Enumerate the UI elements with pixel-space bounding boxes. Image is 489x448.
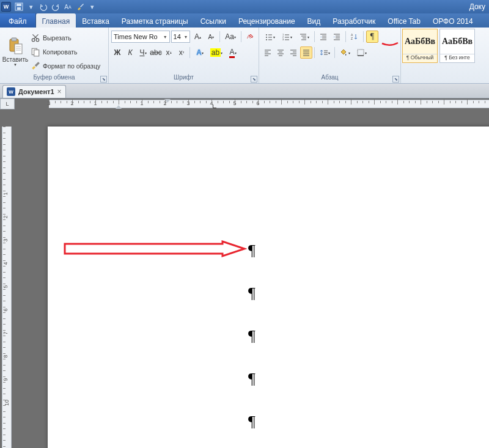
style-no-spacing-label: ¶ Без инте <box>440 54 474 62</box>
underline-button[interactable]: Ч▾ <box>137 46 149 59</box>
scissors-icon <box>31 33 40 43</box>
svg-rect-5 <box>15 44 22 54</box>
subscript-button[interactable]: x₂ <box>163 46 175 59</box>
tab-developer[interactable]: Разработчик <box>326 13 381 28</box>
shrink-font-button[interactable]: A▾ <box>205 31 217 43</box>
tab-selector[interactable]: L <box>0 98 15 109</box>
bullets-button[interactable]: ▾ <box>262 31 278 43</box>
decrease-indent-button[interactable] <box>317 31 329 43</box>
sort-button[interactable]: AZ <box>348 31 361 43</box>
tab-home[interactable]: Главная <box>36 13 76 28</box>
cut-button[interactable]: Вырезать <box>31 31 100 45</box>
format-painter-label: Формат по образцу <box>43 62 100 70</box>
font-name-combo[interactable]: Times New Ro▼ <box>111 31 170 43</box>
tab-review[interactable]: Рецензирование <box>232 13 301 28</box>
multilevel-list-button[interactable]: ▾ <box>296 31 312 43</box>
close-tab-icon[interactable]: × <box>57 87 62 96</box>
style-no-spacing[interactable]: АаБбВв ¶ Без инте <box>439 29 475 63</box>
qat-font-grow-icon[interactable]: AA <box>62 1 73 12</box>
style-preview: АаБбВв <box>403 29 437 54</box>
group-clipboard-label: Буфер обмена ⬊ <box>0 74 108 83</box>
document-tab[interactable]: W Документ1 × <box>2 85 66 98</box>
style-preview: АаБбВв <box>440 29 474 54</box>
strikethrough-button[interactable]: abc <box>150 46 162 59</box>
qat-dropdown2-icon[interactable]: ▾ <box>87 1 98 12</box>
tab-view[interactable]: Вид <box>301 13 327 28</box>
group-paragraph-label: Абзац ⬊ <box>259 74 400 83</box>
copy-label: Копировать <box>43 48 78 56</box>
copy-button[interactable]: Копировать <box>31 45 100 59</box>
tab-page-layout[interactable]: Разметка страницы <box>116 13 194 28</box>
copy-icon <box>31 47 40 57</box>
svg-point-18 <box>266 37 267 38</box>
ribbon-tabs: Файл Главная Вставка Разметка страницы С… <box>0 13 489 28</box>
tab-file[interactable]: Файл <box>0 13 36 28</box>
vertical-ruler[interactable]: 12345678910 <box>0 109 13 448</box>
align-center-button[interactable] <box>274 46 287 59</box>
qat-redo-icon[interactable] <box>50 1 61 12</box>
format-painter-button[interactable]: Формат по образцу <box>31 59 100 73</box>
group-paragraph: ▾ 123▾ ▾ AZ ¶ ▾ ▾ ▾ <box>259 28 401 83</box>
align-justify-button[interactable] <box>300 46 312 59</box>
svg-point-20 <box>266 39 267 40</box>
group-font: Times New Ro▼ 14▼ A▴ A▾ Aa▾ A Ж К Ч▾ abc… <box>109 28 259 83</box>
style-normal[interactable]: АаБбВв ¶ Обычный <box>402 29 438 63</box>
paragraph-launcher-icon[interactable]: ⬊ <box>392 76 399 83</box>
group-clipboard: Вставить ▼ Вырезать Копировать Формат по… <box>0 28 109 83</box>
show-hide-pilcrow-button[interactable]: ¶ <box>366 31 378 43</box>
text-effects-button[interactable]: A▾ <box>192 46 208 59</box>
document-tab-label: Документ1 <box>18 88 54 95</box>
brush-icon <box>31 61 40 71</box>
paragraph-mark: ¶ <box>248 241 256 260</box>
svg-rect-1 <box>17 4 21 6</box>
bold-button[interactable]: Ж <box>111 46 123 59</box>
paragraph-mark: ¶ <box>248 413 256 431</box>
document-canvas[interactable]: ¶ ¶ ¶ ¶ ¶ <box>13 109 489 448</box>
tab-references[interactable]: Ссылки <box>194 13 232 28</box>
page[interactable]: ¶ ¶ ¶ ¶ ¶ <box>48 127 489 448</box>
shading-button[interactable]: ▾ <box>337 46 353 59</box>
group-styles-label <box>401 74 489 83</box>
font-size-combo[interactable]: 14▼ <box>171 31 191 43</box>
tab-office-tab[interactable]: Office Tab <box>381 13 427 28</box>
word-doc-icon: W <box>7 87 15 96</box>
svg-rect-14 <box>34 50 39 56</box>
svg-rect-2 <box>17 7 21 10</box>
svg-rect-61 <box>358 50 364 56</box>
numbering-button[interactable]: 123▾ <box>279 31 295 43</box>
tab-insert[interactable]: Вставка <box>76 13 116 28</box>
line-spacing-button[interactable]: ▾ <box>317 46 333 59</box>
window-title: Доку <box>469 2 488 11</box>
paragraph-mark: ¶ <box>248 370 256 388</box>
paste-button[interactable]: Вставить ▼ <box>2 29 28 74</box>
align-left-button[interactable] <box>262 46 274 59</box>
italic-button[interactable]: К <box>124 46 136 59</box>
annotation-red-underline <box>381 41 399 47</box>
clear-formatting-button[interactable]: A <box>244 31 256 43</box>
increase-indent-button[interactable] <box>331 31 343 43</box>
svg-text:Z: Z <box>351 37 353 40</box>
group-font-label: Шрифт ⬊ <box>109 74 259 83</box>
tab-orfo[interactable]: ОРФО 2014 <box>427 13 479 28</box>
horizontal-ruler[interactable]: 321123456 <box>15 98 489 109</box>
qat-dropdown-icon[interactable]: ▾ <box>26 1 37 12</box>
change-case-button[interactable]: Aa▾ <box>222 31 238 43</box>
qat-undo-icon[interactable] <box>38 1 49 12</box>
svg-point-16 <box>266 34 267 35</box>
highlight-button[interactable]: ab▾ <box>208 46 224 59</box>
ribbon: Вставить ▼ Вырезать Копировать Формат по… <box>0 28 489 84</box>
borders-button[interactable]: ▾ <box>353 46 369 59</box>
paragraph-mark: ¶ <box>248 327 256 345</box>
align-right-button[interactable] <box>287 46 300 59</box>
grow-font-button[interactable]: A▴ <box>191 31 204 43</box>
svg-rect-4 <box>12 38 17 41</box>
document-tab-bar: W Документ1 × <box>0 84 489 98</box>
superscript-button[interactable]: x² <box>175 46 188 59</box>
clipboard-launcher-icon[interactable]: ⬊ <box>100 76 107 83</box>
horizontal-ruler-row: L 321123456 <box>0 98 489 109</box>
style-normal-label: ¶ Обычный <box>403 54 437 62</box>
qat-save-icon[interactable] <box>13 1 24 12</box>
font-color-button[interactable]: A▾ <box>225 46 241 59</box>
font-launcher-icon[interactable]: ⬊ <box>251 76 257 83</box>
qat-brush-icon[interactable] <box>75 1 86 12</box>
